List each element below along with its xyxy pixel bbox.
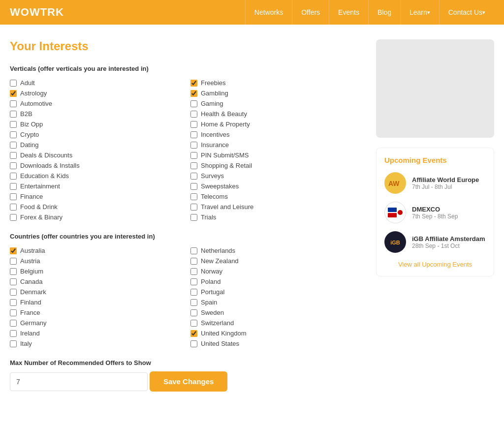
vertical-incentives-checkbox[interactable] xyxy=(190,131,197,138)
country-belgium[interactable]: Belgium xyxy=(10,268,181,275)
country-belgium-checkbox[interactable] xyxy=(10,268,17,275)
vertical-automotive[interactable]: Automotive xyxy=(10,100,181,107)
vertical-surveys[interactable]: Surveys xyxy=(190,172,361,180)
country-united-states-checkbox[interactable] xyxy=(190,340,197,347)
vertical-telecoms-checkbox[interactable] xyxy=(190,193,197,200)
country-norway[interactable]: Norway xyxy=(190,268,361,275)
vertical-travel-leisure-checkbox[interactable] xyxy=(190,204,197,211)
country-netherlands[interactable]: Netherlands xyxy=(190,247,361,254)
nav-networks[interactable]: Networks xyxy=(245,0,292,25)
vertical-dating[interactable]: Dating xyxy=(10,141,181,149)
vertical-astrology-checkbox[interactable] xyxy=(10,90,17,97)
vertical-pin-submit-checkbox[interactable] xyxy=(190,152,197,159)
country-poland[interactable]: Poland xyxy=(190,278,361,285)
country-switzerland[interactable]: Switzerland xyxy=(190,319,361,327)
country-sweden-checkbox[interactable] xyxy=(190,309,197,316)
country-united-states[interactable]: United States xyxy=(190,340,361,347)
vertical-entertainment-checkbox[interactable] xyxy=(10,183,17,190)
country-austria-checkbox[interactable] xyxy=(10,258,17,265)
vertical-astrology[interactable]: Astrology xyxy=(10,90,181,97)
nav-contact[interactable]: Contact Us xyxy=(439,0,494,25)
country-germany[interactable]: Germany xyxy=(10,319,181,327)
vertical-trials-checkbox[interactable] xyxy=(190,214,197,221)
country-spain-checkbox[interactable] xyxy=(190,299,197,306)
country-france[interactable]: France xyxy=(10,309,181,316)
nav-learn[interactable]: Learn xyxy=(400,0,439,25)
country-new-zealand[interactable]: New Zealand xyxy=(190,257,361,265)
country-canada[interactable]: Canada xyxy=(10,278,181,285)
vertical-crypto-checkbox[interactable] xyxy=(10,131,17,138)
vertical-finance[interactable]: Finance xyxy=(10,193,181,200)
country-new-zealand-checkbox[interactable] xyxy=(190,258,197,265)
vertical-automotive-checkbox[interactable] xyxy=(10,100,17,107)
vertical-gambling-checkbox[interactable] xyxy=(190,90,197,97)
vertical-incentives[interactable]: Incentives xyxy=(190,131,361,138)
vertical-trials[interactable]: Trials xyxy=(190,213,361,221)
country-spain[interactable]: Spain xyxy=(190,299,361,306)
max-offers-input[interactable] xyxy=(10,372,148,391)
vertical-insurance[interactable]: Insurance xyxy=(190,141,361,149)
nav-events[interactable]: Events xyxy=(329,0,368,25)
logo[interactable]: WOWTRK xyxy=(10,6,64,19)
vertical-dating-checkbox[interactable] xyxy=(10,142,17,149)
country-canada-checkbox[interactable] xyxy=(10,278,17,285)
nav-offers[interactable]: Offers xyxy=(292,0,329,25)
vertical-home-property[interactable]: Home & Property xyxy=(190,121,361,128)
country-ireland[interactable]: Ireland xyxy=(10,330,181,337)
country-finland[interactable]: Finland xyxy=(10,299,181,306)
vertical-biz-opp-checkbox[interactable] xyxy=(10,121,17,128)
vertical-health-beauty-checkbox[interactable] xyxy=(190,111,197,118)
country-portugal-checkbox[interactable] xyxy=(190,289,197,296)
country-finland-checkbox[interactable] xyxy=(10,299,17,306)
vertical-food-drink-checkbox[interactable] xyxy=(10,204,17,211)
vertical-education-kids[interactable]: Education & Kids xyxy=(10,172,181,180)
vertical-adult-checkbox[interactable] xyxy=(10,80,17,87)
country-norway-checkbox[interactable] xyxy=(190,268,197,275)
vertical-finance-checkbox[interactable] xyxy=(10,193,17,200)
country-italy[interactable]: Italy xyxy=(10,340,181,347)
vertical-telecoms[interactable]: Telecoms xyxy=(190,193,361,200)
vertical-entertainment[interactable]: Entertainment xyxy=(10,182,181,190)
country-denmark[interactable]: Denmark xyxy=(10,288,181,296)
vertical-health-beauty[interactable]: Health & Beauty xyxy=(190,110,361,118)
vertical-home-property-checkbox[interactable] xyxy=(190,121,197,128)
vertical-freebies[interactable]: Freebies xyxy=(190,79,361,87)
vertical-deals-discounts[interactable]: Deals & Discounts xyxy=(10,152,181,159)
vertical-surveys-checkbox[interactable] xyxy=(190,173,197,180)
vertical-biz-opp[interactable]: Biz Opp xyxy=(10,121,181,128)
vertical-gambling[interactable]: Gambling xyxy=(190,90,361,97)
vertical-education-kids-checkbox[interactable] xyxy=(10,173,17,180)
vertical-food-drink[interactable]: Food & Drink xyxy=(10,203,181,211)
country-netherlands-checkbox[interactable] xyxy=(190,247,197,254)
country-ireland-checkbox[interactable] xyxy=(10,330,17,337)
country-united-kingdom[interactable]: United Kingdom xyxy=(190,330,361,337)
country-denmark-checkbox[interactable] xyxy=(10,289,17,296)
vertical-crypto[interactable]: Crypto xyxy=(10,131,181,138)
vertical-travel-leisure[interactable]: Travel and Leisure xyxy=(190,203,361,211)
country-australia-checkbox[interactable] xyxy=(10,247,17,254)
country-switzerland-checkbox[interactable] xyxy=(190,320,197,327)
vertical-b2b-checkbox[interactable] xyxy=(10,111,17,118)
vertical-pin-submit[interactable]: PIN Submit/SMS xyxy=(190,152,361,159)
vertical-forex-binary-checkbox[interactable] xyxy=(10,214,17,221)
country-portugal[interactable]: Portugal xyxy=(190,288,361,296)
save-button[interactable]: Save Changes xyxy=(150,371,228,392)
country-austria[interactable]: Austria xyxy=(10,257,181,265)
vertical-shopping-retail[interactable]: Shopping & Retail xyxy=(190,162,361,169)
vertical-sweepstakes-checkbox[interactable] xyxy=(190,183,197,190)
nav-blog[interactable]: Blog xyxy=(368,0,400,25)
vertical-downloads-installs-checkbox[interactable] xyxy=(10,162,17,169)
country-france-checkbox[interactable] xyxy=(10,309,17,316)
vertical-forex-binary[interactable]: Forex & Binary xyxy=(10,213,181,221)
vertical-insurance-checkbox[interactable] xyxy=(190,142,197,149)
vertical-gaming[interactable]: Gaming xyxy=(190,100,361,107)
country-poland-checkbox[interactable] xyxy=(190,278,197,285)
vertical-deals-discounts-checkbox[interactable] xyxy=(10,152,17,159)
country-australia[interactable]: Australia xyxy=(10,247,181,254)
country-united-kingdom-checkbox[interactable] xyxy=(190,330,197,337)
view-all-events-link[interactable]: View all Upcoming Events xyxy=(384,261,486,268)
vertical-sweepstakes[interactable]: Sweepstakes xyxy=(190,182,361,190)
country-sweden[interactable]: Sweden xyxy=(190,309,361,316)
vertical-freebies-checkbox[interactable] xyxy=(190,80,197,87)
vertical-adult[interactable]: Adult xyxy=(10,79,181,87)
